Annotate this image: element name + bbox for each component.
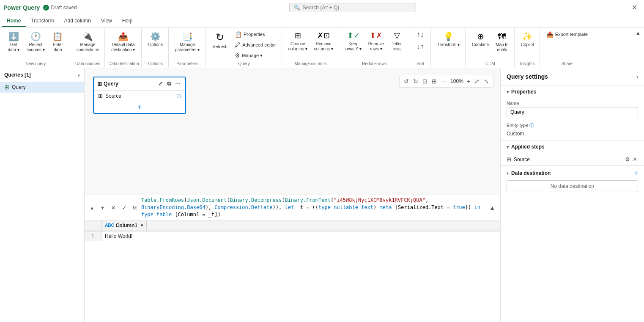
step-settings-button[interactable]: ⚙	[624, 155, 631, 163]
ribbon-collapse-area: ▲	[634, 28, 642, 67]
formula-move-down-button[interactable]: ▼	[99, 204, 107, 211]
default-data-destination-button[interactable]: 📤 Default datadestination ▾	[108, 29, 138, 55]
ribbon-group-query: ↻ Refresh 📋 Properties 🖊 Advanced editor…	[206, 28, 282, 67]
query-step-source[interactable]: ⊞ Source	[94, 91, 185, 101]
tab-help[interactable]: Help	[117, 15, 138, 27]
formula-confirm-button[interactable]: ✓	[120, 204, 129, 212]
ribbon-tabs: Home Transform Add column View Help	[0, 15, 644, 28]
step-source-icon: ⊞	[98, 93, 103, 99]
entity-type-value: Custom	[507, 130, 638, 138]
queries-panel-collapse-button[interactable]: ‹	[78, 72, 80, 78]
get-data-button[interactable]: ⬇️ Getdata ▾	[4, 29, 23, 55]
remove-rows-button[interactable]: ⬆✗ Removerows ▾	[365, 29, 387, 54]
ribbon-content: ⬇️ Getdata ▾ 🕐 Recentsources ▾ 📋 Enterda…	[0, 28, 644, 68]
fit-view-button[interactable]: ⊡	[422, 77, 428, 85]
query-node-expand-icon[interactable]: ⤢	[157, 80, 164, 88]
sort-group-label: Sort	[413, 61, 428, 66]
map-to-entity-icon: 🗺	[498, 31, 506, 41]
export-template-button[interactable]: 📤 Export template	[543, 29, 591, 39]
query-node-add-button[interactable]: +	[94, 101, 185, 113]
keep-rows-icon: ⬆✓	[347, 31, 360, 41]
zoom-out-button[interactable]: —	[440, 77, 448, 85]
query-node-more-icon[interactable]: ⋯	[174, 80, 182, 88]
query-node-header: ⊞ Query ⤢ ⧉ ⋯	[94, 77, 185, 91]
settings-properties-header[interactable]: ▾ Properties	[501, 85, 644, 98]
choose-columns-button[interactable]: ⊞ Choosecolumns ▾	[285, 29, 310, 54]
queries-panel-header: Queries [1] ‹	[0, 68, 84, 82]
settings-panel-expand-button[interactable]: ›	[636, 74, 638, 80]
applied-step-source-icon: ⊞	[507, 156, 511, 162]
enter-data-button[interactable]: 📋 Enterdata	[49, 29, 67, 55]
new-query-label: New query	[4, 61, 67, 66]
ribbon-collapse-button[interactable]: ▲	[636, 30, 641, 36]
zoom-in-button[interactable]: +	[466, 77, 471, 85]
properties-icon: 📋	[235, 31, 242, 38]
expand-button-2[interactable]: ⤡	[483, 77, 490, 85]
row-number-1: 1	[85, 231, 101, 241]
advanced-editor-icon: 🖊	[235, 41, 241, 48]
formula-input[interactable]: Table.FromRows(Json.Document(Binary.Deco…	[141, 197, 485, 218]
ribbon-group-options: ⚙️ Options Options	[143, 28, 168, 67]
properties-button[interactable]: 📋 Properties	[232, 29, 279, 39]
refresh-button[interactable]: ↻ Refresh	[209, 29, 231, 52]
layout-button[interactable]: ⊞	[431, 77, 438, 85]
search-input[interactable]	[303, 5, 404, 11]
tab-home[interactable]: Home	[2, 15, 26, 27]
data-destination-add-button[interactable]: +	[634, 169, 638, 177]
formula-collapse-button[interactable]: ▲	[488, 204, 497, 212]
tab-add-column[interactable]: Add column	[59, 15, 96, 27]
entity-type-info-icon[interactable]: ⓘ	[529, 123, 534, 128]
query-node-copy-icon[interactable]: ⧉	[166, 80, 172, 88]
manage-button[interactable]: ⚙ Manage ▾	[232, 50, 279, 61]
close-button[interactable]: ✕	[628, 2, 641, 13]
zoom-level-display: 100%	[450, 78, 463, 84]
tab-view[interactable]: View	[96, 15, 117, 27]
remove-columns-icon: ✗⊡	[317, 31, 330, 41]
choose-columns-icon: ⊞	[295, 31, 301, 41]
undo-button[interactable]: ↺	[403, 77, 410, 85]
applied-step-source[interactable]: ⊞ Source ⚙ ✕	[501, 153, 644, 165]
data-grid[interactable]: ABC Column1 ▾ 1 Hello World!	[85, 220, 500, 322]
formula-delete-button[interactable]: ✕	[109, 204, 118, 212]
title-bar-left: Power Query Draft saved	[3, 4, 77, 11]
options-button[interactable]: ⚙️ Options	[145, 29, 165, 50]
grid-column-header-column1[interactable]: ABC Column1 ▾	[101, 220, 147, 231]
queries-panel-title: Queries [1]	[4, 72, 31, 78]
column1-dropdown-icon[interactable]: ▾	[141, 223, 143, 228]
column1-header-label: Column1	[116, 223, 137, 228]
cell-1-column1[interactable]: Hello World!	[101, 231, 136, 241]
tab-transform[interactable]: Transform	[26, 15, 59, 27]
manage-connections-button[interactable]: 🔌 Manageconnections	[74, 29, 102, 55]
formula-move-up-button[interactable]: ▲	[88, 204, 96, 211]
transform-button[interactable]: 💡 Transform ▾	[434, 29, 463, 50]
redo-button[interactable]: ↻	[412, 77, 419, 85]
ribbon-group-insights: ✨ Copilot Insights	[515, 28, 540, 67]
manage-connections-icon: 🔌	[82, 31, 93, 41]
filter-rows-button[interactable]: ▽ Filterrows	[388, 29, 406, 54]
step-delete-button[interactable]: ✕	[632, 155, 638, 163]
refresh-icon: ↻	[216, 31, 224, 44]
manage-parameters-button[interactable]: 📑 Manageparameters ▾	[172, 29, 203, 55]
keep-rows-button[interactable]: ⬆✓ Keeprows Y ▾	[343, 29, 364, 54]
name-input[interactable]	[507, 107, 638, 117]
query-group-label: Query	[209, 61, 279, 66]
expand-button-1[interactable]: ⤢	[474, 77, 480, 85]
sort-descending-button[interactable]: ↓↑	[413, 41, 428, 52]
manage-columns-label: Manage columns	[285, 61, 336, 66]
query-list-item[interactable]: ⊞ Query	[0, 82, 84, 93]
ribbon-group-data-destination: 📤 Default datadestination ▾ Data destina…	[106, 28, 142, 67]
advanced-editor-button[interactable]: 🖊 Advanced editor	[232, 40, 279, 50]
settings-applied-steps-header[interactable]: ▾ Applied steps	[501, 140, 644, 153]
combine-button[interactable]: ⊕ Combine	[469, 29, 492, 50]
search-bar[interactable]: 🔍	[289, 3, 416, 12]
data-destination-header: ▾ Data destination +	[507, 169, 638, 177]
remove-columns-button[interactable]: ✗⊡ Removecolumns ▾	[311, 29, 336, 54]
sort-ascending-button[interactable]: ↑↓	[413, 29, 428, 40]
options-icon: ⚙️	[150, 31, 161, 41]
zoom-controls: ↺ ↻ ⊡ ⊞ — 100% + ⤢ ⤡	[399, 75, 493, 88]
map-to-entity-button[interactable]: 🗺 Map toentity	[493, 29, 512, 55]
recent-sources-button[interactable]: 🕐 Recentsources ▾	[24, 29, 48, 55]
export-template-icon: 📤	[546, 31, 554, 38]
copilot-button[interactable]: ✨ Copilot	[518, 29, 537, 50]
properties-label: Properties	[244, 32, 265, 37]
